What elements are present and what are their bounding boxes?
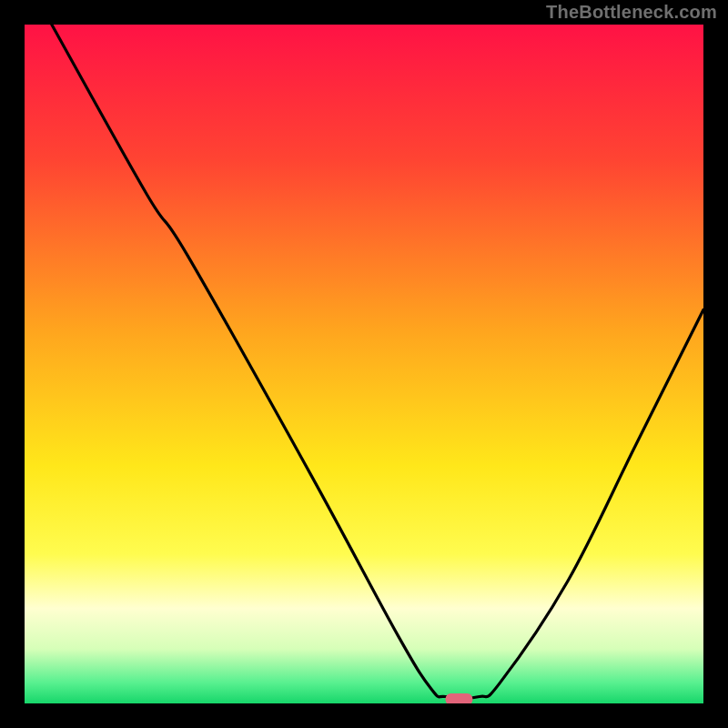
chart-frame: TheBottleneck.com xyxy=(0,0,728,728)
bottleneck-chart xyxy=(0,0,728,728)
gradient-background xyxy=(25,25,703,703)
optimal-marker xyxy=(446,693,473,705)
